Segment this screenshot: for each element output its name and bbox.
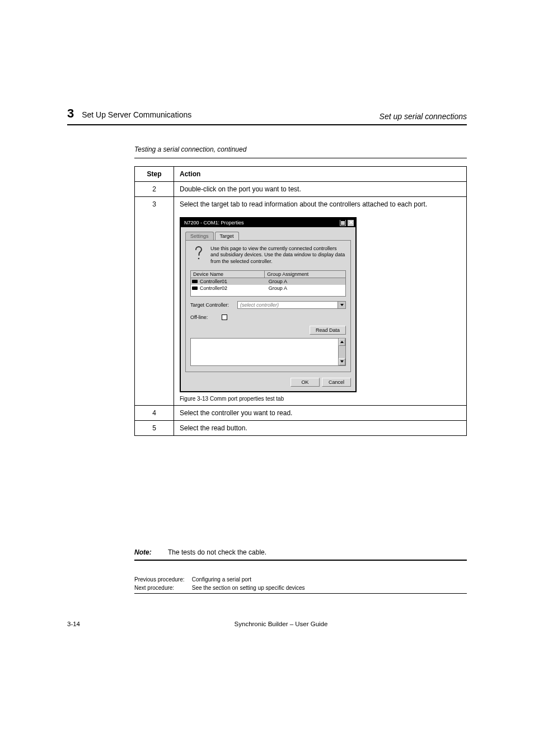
offline-checkbox[interactable] [222, 314, 227, 320]
titlebar[interactable]: N7200 - COM1: Properties [181, 218, 355, 227]
dialog-title: N7200 - COM1: Properties [184, 220, 244, 226]
controller-icon [192, 280, 198, 283]
list-item[interactable]: Controller02 Group A [191, 285, 345, 292]
tab-target[interactable]: Target [215, 232, 239, 240]
prev-value: Configuring a serial port [192, 576, 251, 583]
procedure-table: Step Action 2 Double-click on the port y… [134, 166, 467, 436]
dialog-description: Use this page to view the currently conn… [210, 245, 346, 265]
cancel-button[interactable]: Cancel [322, 378, 351, 387]
ok-button[interactable]: OK [291, 378, 320, 387]
tab-settings[interactable]: Settings [185, 232, 214, 240]
device-name: Controller02 [200, 285, 269, 291]
close-icon[interactable] [347, 219, 354, 227]
step-number: 2 [135, 182, 174, 197]
target-controller-dropdown[interactable]: (select controller) [237, 301, 346, 309]
note-rule [134, 560, 467, 561]
controller-icon [192, 287, 198, 290]
help-icon [190, 245, 206, 264]
col-group-assignment[interactable]: Group Assignment [265, 271, 345, 278]
step-action: Select the target tab to read informatio… [174, 197, 467, 406]
col-device-name[interactable]: Device Name [191, 271, 265, 278]
step-action: Select the read button. [174, 420, 467, 435]
label-target-controller: Target Controller: [190, 302, 237, 308]
device-group: Group A [269, 285, 344, 291]
step3-lead: Select the target tab to read informatio… [180, 200, 461, 208]
device-list-headers: Device Name Group Assignment [190, 270, 346, 278]
page-number: 3-14 [67, 621, 95, 627]
prevnext-rule [134, 593, 467, 594]
comm-port-properties-dialog: N7200 - COM1: Properties Settings Target [180, 217, 357, 392]
step-action: Double-click on the port you want to tes… [174, 182, 467, 197]
step-number: 3 [135, 197, 174, 406]
device-name: Controller01 [200, 279, 269, 284]
scroll-up-icon[interactable] [339, 339, 345, 346]
svg-point-0 [198, 258, 200, 260]
chapter-number: 3 [67, 106, 74, 120]
maximize-icon[interactable] [339, 219, 346, 227]
read-data-button[interactable]: Read Data [310, 326, 346, 335]
step-number: 5 [135, 420, 174, 435]
dropdown-value: (select controller) [238, 302, 338, 308]
label-offline: Off-line: [190, 314, 222, 320]
next-label: Next procedure: [134, 585, 190, 591]
note-text: The tests do not check the cable. [168, 548, 467, 556]
next-value: See the section on setting up specific d… [192, 585, 305, 591]
prev-label: Previous procedure: [134, 576, 190, 583]
tab-panel: Use this page to view the currently conn… [185, 240, 351, 372]
chapter-title: Set Up Server Communications [82, 110, 191, 119]
continued-caption: Testing a serial connection, continued [134, 145, 467, 153]
note-label: Note: [134, 548, 168, 556]
list-item[interactable]: Controller01 Group A [191, 278, 345, 285]
page-header: 3 Set Up Server Communications Set up se… [67, 106, 467, 125]
col-step-header: Step [135, 167, 174, 182]
prev-next-nav: Previous procedure: Configuring a serial… [134, 576, 467, 598]
step-number: 4 [135, 405, 174, 420]
device-group: Group A [269, 279, 344, 284]
chevron-down-icon[interactable] [338, 302, 345, 308]
step-action: Select the controller you want to read. [174, 405, 467, 420]
scrollbar[interactable] [338, 339, 345, 365]
footer-title: Synchronic Builder – User Guide [95, 621, 467, 627]
sub-rule [134, 158, 467, 158]
data-output-textbox[interactable] [190, 338, 346, 366]
section-title: Set up serial connections [380, 112, 467, 121]
note: Note: The tests do not check the cable. [134, 548, 467, 556]
device-list[interactable]: Controller01 Group A Controller02 Group … [190, 278, 346, 297]
scroll-down-icon[interactable] [339, 358, 345, 365]
col-action-header: Action [174, 167, 467, 182]
page-footer: 3-14 Synchronic Builder – User Guide [67, 621, 467, 627]
figure-caption: Figure 3-13 Comm port properties test ta… [180, 396, 461, 402]
header-rule [67, 124, 467, 125]
